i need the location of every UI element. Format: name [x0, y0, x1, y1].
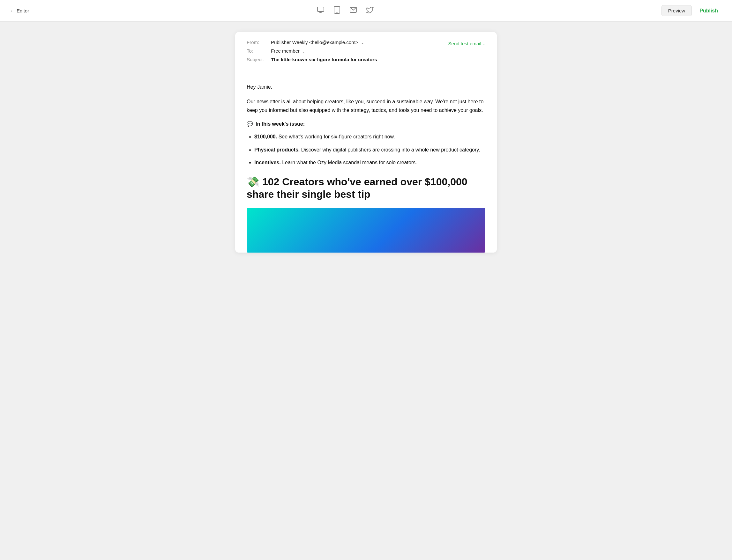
- list-item: Incentives. Learn what the Ozy Media sca…: [254, 158, 485, 167]
- subject-label: Subject:: [247, 57, 267, 62]
- bullet-bold-3: Incentives.: [254, 160, 281, 165]
- bullet-list: $100,000. See what's working for six-fig…: [247, 133, 485, 167]
- back-to-editor-link[interactable]: ← Editor: [10, 8, 29, 13]
- from-dropdown-icon: ⌄: [361, 41, 364, 45]
- bullet-bold-1: $100,000.: [254, 134, 277, 139]
- email-container: From: Publisher Weekly <hello@example.co…: [235, 32, 497, 253]
- desktop-icon[interactable]: [317, 6, 324, 16]
- bullet-bold-2: Physical products.: [254, 147, 299, 152]
- email-body: Hey Jamie, Our newsletter is all about h…: [235, 70, 497, 253]
- to-row: To: Free member ⌄: [247, 48, 377, 54]
- section-header: 💬 In this week's issue:: [247, 121, 485, 127]
- bullet-text-3: Learn what the Ozy Media scandal means f…: [282, 160, 417, 165]
- article-title: 💸 102 Creators who've earned over $100,0…: [247, 176, 485, 200]
- toolbar-left: ← Editor: [10, 8, 29, 13]
- bullet-text-1: See what's working for six-figure creato…: [278, 134, 395, 139]
- to-value[interactable]: Free member ⌄: [271, 48, 305, 54]
- article-emoji: 💸: [247, 176, 259, 188]
- to-label: To:: [247, 48, 267, 54]
- twitter-icon[interactable]: [366, 6, 374, 15]
- email-fields: From: Publisher Weekly <hello@example.co…: [247, 40, 377, 62]
- tablet-icon[interactable]: [333, 6, 340, 16]
- from-row: From: Publisher Weekly <hello@example.co…: [247, 40, 377, 45]
- toolbar: ← Editor: [0, 0, 732, 22]
- email-icon[interactable]: [349, 7, 357, 15]
- subject-value: The little-known six-figure formula for …: [271, 57, 377, 62]
- list-item: $100,000. See what's working for six-fig…: [254, 133, 485, 141]
- main-content: From: Publisher Weekly <hello@example.co…: [0, 22, 732, 263]
- toolbar-center: [317, 6, 374, 16]
- intro-paragraph: Our newsletter is all about helping crea…: [247, 98, 485, 114]
- back-arrow-icon: ←: [10, 8, 15, 13]
- svg-point-4: [336, 12, 337, 12]
- section-emoji: 💬: [247, 121, 253, 127]
- subject-row: Subject: The little-known six-figure for…: [247, 57, 377, 62]
- back-label: Editor: [17, 8, 29, 13]
- greeting-text: Hey Jamie,: [247, 83, 485, 91]
- send-test-dropdown-icon: ⌄: [483, 41, 485, 46]
- from-value[interactable]: Publisher Weekly <hello@example.com> ⌄: [271, 40, 364, 45]
- svg-rect-0: [317, 7, 324, 11]
- from-label: From:: [247, 40, 267, 45]
- email-meta: From: Publisher Weekly <hello@example.co…: [235, 32, 497, 70]
- hero-image: [247, 208, 485, 253]
- preview-button[interactable]: Preview: [662, 5, 692, 16]
- to-dropdown-icon: ⌄: [302, 49, 305, 54]
- send-test-email-button[interactable]: Send test email ⌄: [448, 41, 485, 46]
- list-item: Physical products. Discover why digital …: [254, 146, 485, 154]
- section-header-text: In this week's issue:: [255, 121, 305, 127]
- article-title-text: 102 Creators who've earned over $100,000…: [247, 176, 468, 200]
- toolbar-right: Preview Publish: [662, 5, 722, 16]
- bullet-text-2: Discover why digital publishers are cros…: [301, 147, 480, 152]
- publish-button[interactable]: Publish: [696, 5, 722, 16]
